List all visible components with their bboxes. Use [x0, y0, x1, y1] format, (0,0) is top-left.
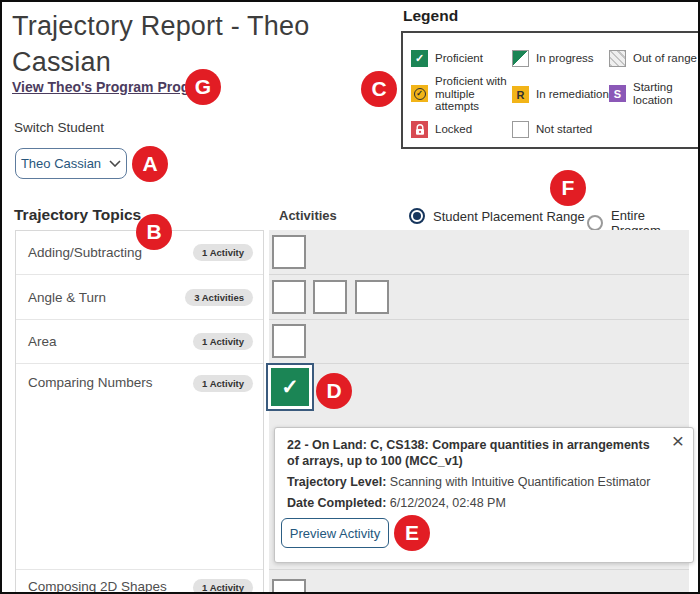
activity-square-not-started[interactable] [272, 280, 306, 314]
legend-title: Legend [403, 7, 458, 25]
switch-student-label: Switch Student [14, 120, 104, 135]
proficient-multiple-attempts-icon: ✓ [411, 85, 428, 102]
in-progress-icon [512, 50, 529, 67]
trajectory-topics-header: Trajectory Topics [14, 206, 141, 224]
page-title: Trajectory Report - Theo Cassian [12, 8, 412, 80]
legend-item-starting-location: S Starting location [609, 81, 688, 106]
topic-row-composing-2d-shapes: Composing 2D Shapes 1 Activity [16, 570, 263, 594]
activity-detail-popup: 22 - On Land: C, CS138: Compare quantiti… [274, 427, 694, 563]
legend-item-locked: Locked [411, 121, 472, 138]
activity-count-badge: 1 Activity [193, 244, 253, 261]
legend-item-out-of-range: Out of range [609, 50, 697, 67]
activity-count-badge: 1 Activity [193, 333, 253, 350]
row-divider [269, 363, 689, 364]
topic-row-angle-turn: Angle & Turn 3 Activities [16, 275, 263, 320]
topic-row-area: Area 1 Activity [16, 320, 263, 364]
activity-count-badge: 1 Activity [193, 579, 253, 594]
trajectory-level-line: Trajectory Level: Scanning with Intuitiv… [287, 475, 650, 489]
annotation-badge-d: D [316, 373, 352, 409]
lock-icon [411, 121, 428, 138]
legend-item-proficient-multiple: ✓ Proficient with multiple attempts [411, 75, 517, 113]
trajectory-report-window: Trajectory Report - Theo Cassian View Th… [0, 0, 700, 594]
radio-student-placement-range[interactable]: Student Placement Range [409, 208, 585, 224]
trajectory-topics-list: Adding/Subtracting 1 Activity Angle & Tu… [15, 230, 264, 594]
annotation-badge-e: E [394, 515, 430, 551]
row-divider [269, 274, 689, 275]
legend-item-proficient: ✓ Proficient [411, 50, 483, 67]
annotation-badge-f: F [550, 170, 586, 206]
student-dropdown[interactable]: Theo Cassian [15, 148, 127, 179]
row-divider [269, 319, 689, 320]
activity-square-not-started[interactable] [272, 235, 306, 269]
topic-row-comparing-numbers: Comparing Numbers 1 Activity [16, 364, 263, 570]
row-divider [269, 569, 689, 570]
proficient-check-icon: ✓ [271, 368, 309, 406]
legend-box: ✓ Proficient In progress Out of range ✓ … [401, 31, 700, 149]
preview-activity-button[interactable]: Preview Activity [281, 518, 389, 548]
activity-title: 22 - On Land: C, CS138: Compare quantiti… [287, 437, 655, 469]
legend-item-in-remediation: R In remediation [512, 86, 609, 103]
annotation-badge-c: C [361, 71, 397, 107]
activity-square-not-started[interactable] [355, 280, 389, 314]
activity-square-proficient-selected[interactable]: ✓ [266, 363, 314, 411]
activity-square-not-started[interactable] [272, 579, 306, 594]
close-icon[interactable]: × [672, 430, 684, 452]
annotation-badge-g: G [185, 69, 221, 105]
activities-header: Activities [279, 208, 337, 223]
activity-square-not-started[interactable] [272, 324, 306, 358]
starting-location-icon: S [609, 85, 626, 102]
in-remediation-icon: R [512, 86, 529, 103]
legend-item-not-started: Not started [512, 121, 592, 138]
radio-selected-icon [409, 208, 425, 224]
student-dropdown-value: Theo Cassian [21, 156, 101, 171]
annotation-badge-b: B [136, 214, 172, 250]
annotation-badge-a: A [132, 146, 168, 182]
activity-count-badge: 3 Activities [185, 289, 253, 306]
legend-item-in-progress: In progress [512, 50, 594, 67]
out-of-range-icon [609, 50, 626, 67]
proficient-icon: ✓ [411, 50, 428, 67]
activity-count-badge: 1 Activity [193, 375, 253, 392]
chevron-down-icon [109, 160, 121, 167]
date-completed-line: Date Completed: 6/12/2024, 02:48 PM [287, 496, 506, 510]
activity-square-not-started[interactable] [313, 280, 347, 314]
not-started-icon [512, 121, 529, 138]
radio-unselected-icon [587, 215, 603, 231]
